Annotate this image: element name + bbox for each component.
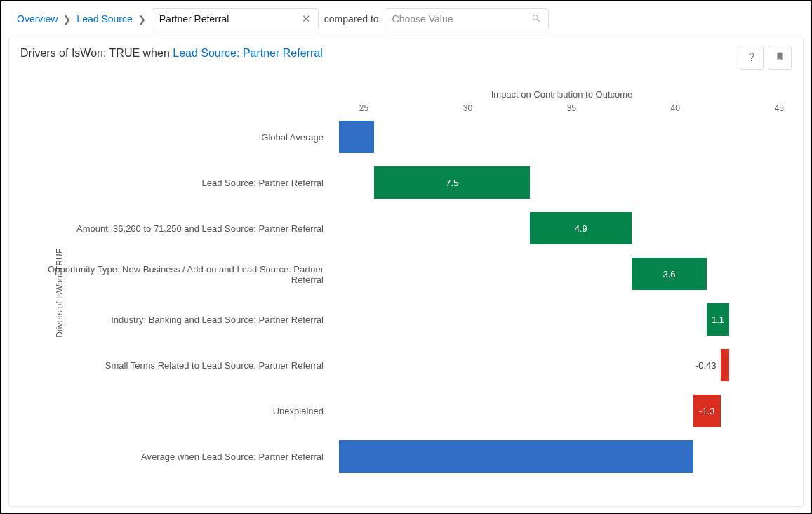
category-label: Amount: 36,260 to 71,250 and Lead Source… bbox=[30, 206, 332, 251]
chevron-right-icon: ❯ bbox=[63, 14, 71, 25]
driver-chart-card: Drivers of IsWon: TRUE when Lead Source:… bbox=[8, 37, 804, 507]
svg-line-1 bbox=[537, 19, 540, 22]
bar-row: -0.43 bbox=[339, 343, 792, 388]
bookmark-button[interactable] bbox=[768, 46, 792, 70]
bar-value-label: -0.43 bbox=[695, 360, 717, 371]
x-tick: 45 bbox=[775, 103, 784, 113]
breadcrumb-overview[interactable]: Overview bbox=[17, 13, 58, 25]
compared-to-label: compared to bbox=[324, 13, 379, 25]
waterfall-bar[interactable]: 3.6 bbox=[632, 258, 707, 290]
choose-value-input[interactable]: Choose Value bbox=[385, 8, 549, 29]
bar-row bbox=[339, 434, 792, 480]
x-axis-ticks: 2530354045 bbox=[339, 103, 792, 114]
waterfall-bar[interactable]: 4.9 bbox=[530, 212, 632, 244]
bar-row: 4.9 bbox=[339, 206, 792, 251]
category-label: Global Average bbox=[30, 114, 332, 160]
waterfall-bar[interactable] bbox=[339, 121, 374, 153]
bar-row: -1.3 bbox=[339, 388, 792, 434]
x-axis-title: Impact on Contribution to Outcome bbox=[332, 89, 792, 100]
bars-container: 7.54.93.61.1-0.43-1.3 bbox=[339, 114, 792, 480]
waterfall-bar[interactable]: 1.1 bbox=[707, 303, 730, 336]
selected-value-text: Partner Referral bbox=[159, 13, 229, 25]
waterfall-bar[interactable] bbox=[339, 440, 693, 473]
svg-point-0 bbox=[533, 15, 538, 20]
card-title-prefix: Drivers of IsWon: TRUE when bbox=[20, 47, 173, 59]
bar-row: 1.1 bbox=[339, 297, 792, 343]
card-title-link[interactable]: Lead Source: Partner Referral bbox=[173, 47, 322, 59]
close-icon[interactable]: ✕ bbox=[302, 13, 311, 25]
help-icon: ? bbox=[749, 51, 755, 64]
card-title: Drivers of IsWon: TRUE when Lead Source:… bbox=[20, 47, 792, 60]
breadcrumb-lead-source[interactable]: Lead Source bbox=[76, 13, 132, 25]
category-label: Average when Lead Source: Partner Referr… bbox=[30, 434, 332, 480]
search-icon bbox=[531, 13, 541, 25]
category-labels: Global AverageLead Source: Partner Refer… bbox=[30, 114, 332, 480]
category-label: Small Terms Related to Lead Source: Part… bbox=[30, 343, 332, 388]
category-label: Opportunity Type: New Business / Add-on … bbox=[30, 251, 332, 297]
category-label: Industry: Banking and Lead Source: Partn… bbox=[30, 297, 332, 343]
x-tick: 25 bbox=[359, 103, 368, 113]
breadcrumb: Overview ❯ Lead Source ❯ Partner Referra… bbox=[8, 8, 804, 37]
x-tick: 40 bbox=[671, 103, 680, 113]
bar-row: 3.6 bbox=[339, 251, 792, 297]
x-tick: 30 bbox=[463, 103, 472, 113]
category-label: Lead Source: Partner Referral bbox=[30, 160, 332, 206]
bookmark-icon bbox=[775, 51, 785, 64]
waterfall-bar[interactable]: 7.5 bbox=[374, 166, 530, 199]
category-label: Unexplained bbox=[30, 388, 332, 434]
x-tick: 35 bbox=[567, 103, 576, 113]
selected-value-pill[interactable]: Partner Referral ✕ bbox=[152, 8, 319, 29]
help-button[interactable]: ? bbox=[740, 46, 764, 70]
waterfall-bar[interactable]: -0.43 bbox=[721, 349, 730, 381]
waterfall-bar[interactable]: -1.3 bbox=[693, 395, 720, 427]
bar-row: 7.5 bbox=[339, 160, 792, 206]
choose-value-placeholder: Choose Value bbox=[392, 13, 453, 25]
chevron-right-icon: ❯ bbox=[138, 14, 146, 25]
bar-row bbox=[339, 114, 792, 160]
waterfall-chart: Impact on Contribution to Outcome Driver… bbox=[30, 89, 792, 496]
